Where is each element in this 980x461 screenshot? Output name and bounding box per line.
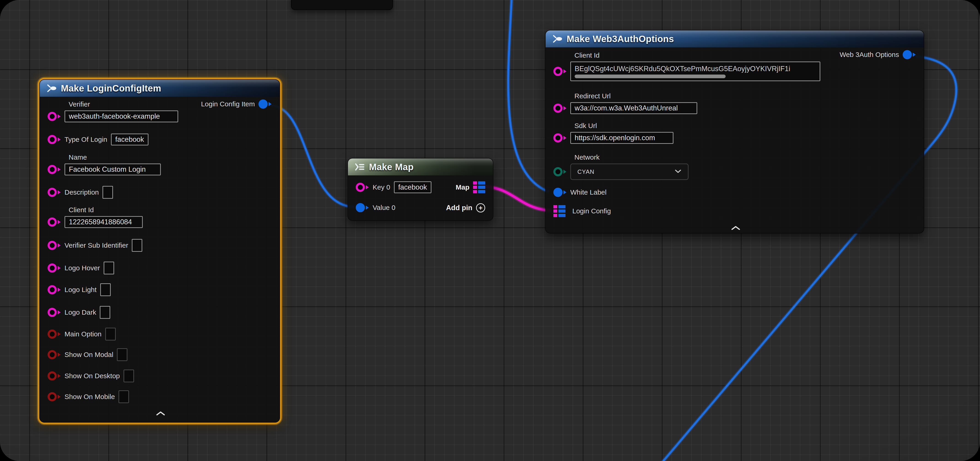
white-label-label: White Label	[570, 188, 606, 196]
client-id-scrollbar[interactable]	[574, 75, 725, 78]
map-output-pin[interactable]	[473, 181, 485, 193]
value0-pin[interactable]	[356, 203, 369, 212]
input-login-config: Login Config	[554, 204, 611, 218]
input-key0: Key 0 facebook	[356, 181, 431, 194]
input-logo-light: Logo Light	[48, 283, 111, 296]
key0-pin[interactable]	[356, 183, 369, 192]
description-pin[interactable]	[48, 188, 61, 197]
verifier-sub-identifier-pin[interactable]	[48, 241, 61, 250]
logo-hover-label: Logo Hover	[65, 264, 100, 272]
logo-dark-label: Logo Dark	[65, 308, 96, 316]
node-title: Make Web3AuthOptions	[566, 34, 674, 44]
input-name: Name Facebook Custom Login	[48, 153, 161, 175]
show-on-modal-pin[interactable]	[48, 350, 61, 359]
network-pin[interactable]	[554, 167, 566, 176]
show-on-mobile-checkbox[interactable]	[118, 390, 129, 403]
input-main-option: Main Option	[48, 327, 116, 341]
node-make-web3authoptions[interactable]: Make Web3AuthOptions Web 3Auth Options C…	[545, 30, 924, 234]
login-config-item-output-pin[interactable]	[258, 100, 272, 109]
sdk-url-pin[interactable]	[554, 133, 566, 143]
key0-field[interactable]: facebook	[394, 181, 431, 193]
node-make-loginconfigitem[interactable]: Make LoginConfigItem Login Config Item V…	[39, 79, 280, 423]
logo-dark-field[interactable]	[100, 306, 110, 319]
name-pin[interactable]	[48, 165, 61, 174]
blueprint-graph-canvas[interactable]: Make LoginConfigItem Login Config Item V…	[0, 0, 980, 461]
main-option-pin[interactable]	[48, 329, 61, 339]
login-config-pin[interactable]	[554, 205, 565, 217]
input-redirect-url: Redirect Url w3a://com.w3a.Web3AuthUnrea…	[554, 92, 697, 114]
show-on-mobile-label: Show On Mobile	[65, 393, 115, 401]
make-struct-icon	[46, 83, 56, 93]
input-network: Network CYAN	[554, 153, 689, 180]
input-show-on-modal: Show On Modal	[48, 348, 127, 361]
input-client-id: Client Id BEglQSgt4cUWcj6SKRdu5QkOXTsePm…	[554, 51, 820, 81]
logo-light-label: Logo Light	[65, 286, 97, 294]
output-login-config-item: Login Config Item	[201, 100, 272, 109]
input-verifier: Verifier web3auth-facebook-example	[48, 100, 178, 122]
logo-light-field[interactable]	[100, 283, 111, 296]
verifier-pin[interactable]	[48, 112, 61, 121]
type-of-login-pin[interactable]	[48, 135, 61, 144]
input-verifier-sub-identifier: Verifier Sub Identifier	[48, 239, 142, 252]
logo-hover-pin[interactable]	[48, 264, 61, 273]
collapse-chevron-icon[interactable]	[156, 411, 165, 416]
input-value0: Value 0	[356, 201, 396, 214]
key0-label: Key 0	[373, 183, 390, 191]
node-make-map[interactable]: Make Map Key 0 facebook Map Value 0 Add …	[347, 158, 493, 221]
web3auth-options-output-pin[interactable]	[903, 50, 916, 59]
verifier-field[interactable]: web3auth-facebook-example	[65, 110, 178, 122]
type-of-login-label: Type Of Login	[65, 136, 107, 143]
client-id-field[interactable]: 1222658941886084	[65, 216, 143, 228]
value0-label: Value 0	[373, 204, 396, 211]
node-make-loginconfigitem-header[interactable]: Make LoginConfigItem	[40, 80, 280, 97]
type-of-login-field[interactable]: facebook	[111, 134, 148, 145]
input-show-on-desktop: Show On Desktop	[48, 369, 134, 383]
verifier-label: Verifier	[68, 100, 178, 108]
add-pin-button[interactable]: Add pin +	[446, 203, 485, 213]
wire-top-to-whitelabel-glow	[508, 0, 549, 192]
show-on-desktop-pin[interactable]	[48, 371, 61, 380]
make-map-icon	[354, 162, 364, 172]
show-on-mobile-pin[interactable]	[48, 392, 61, 401]
show-on-modal-checkbox[interactable]	[117, 348, 127, 361]
main-option-checkbox[interactable]	[105, 328, 116, 340]
login-config-label: Login Config	[572, 207, 611, 215]
make-struct-icon	[552, 34, 562, 44]
client-id-field[interactable]: BEglQSgt4cUWcj6SKRdu5QkOXTsePmMcusG5EAoy…	[570, 62, 820, 81]
collapse-chevron-icon[interactable]	[731, 226, 741, 230]
show-on-desktop-checkbox[interactable]	[124, 370, 134, 382]
node-title: Make LoginConfigItem	[61, 83, 161, 94]
sdk-url-field[interactable]: https://sdk.openlogin.com	[570, 132, 673, 144]
sdk-url-label: Sdk Url	[574, 122, 673, 130]
input-description: Description	[48, 186, 113, 199]
input-show-on-mobile: Show On Mobile	[48, 390, 129, 403]
wire-loginconfigitem-to-value0[interactable]	[271, 106, 354, 207]
redirect-url-pin[interactable]	[554, 103, 566, 113]
wire-top-to-whitelabel[interactable]	[508, 0, 549, 192]
name-field[interactable]: Facebook Custom Login	[65, 164, 161, 175]
input-type-of-login: Type Of Login facebook	[48, 133, 148, 146]
white-label-pin[interactable]	[554, 188, 566, 197]
output-pin-label: Login Config Item	[201, 100, 255, 108]
network-selected-value: CYAN	[578, 168, 594, 175]
network-dropdown[interactable]: CYAN	[570, 164, 689, 180]
logo-light-pin[interactable]	[48, 285, 61, 294]
verifier-sub-identifier-field[interactable]	[132, 239, 142, 252]
network-label: Network	[574, 153, 689, 161]
logo-hover-field[interactable]	[103, 262, 114, 274]
input-logo-dark: Logo Dark	[48, 306, 110, 319]
output-web3auth-options: Web 3Auth Options	[840, 50, 916, 59]
node-make-web3authoptions-header[interactable]: Make Web3AuthOptions	[546, 30, 924, 47]
output-map: Map	[456, 181, 485, 194]
add-pin-icon: +	[476, 203, 485, 213]
redirect-url-label: Redirect Url	[574, 92, 697, 100]
redirect-url-field[interactable]: w3a://com.w3a.Web3AuthUnreal	[570, 102, 697, 114]
logo-dark-pin[interactable]	[48, 308, 61, 317]
main-option-label: Main Option	[65, 330, 102, 338]
node-make-map-header[interactable]: Make Map	[348, 159, 493, 175]
client-id-pin[interactable]	[48, 218, 61, 227]
description-label: Description	[65, 188, 99, 196]
client-id-label: Client Id	[574, 51, 820, 59]
client-id-pin[interactable]	[554, 67, 566, 76]
description-field[interactable]	[102, 186, 113, 199]
